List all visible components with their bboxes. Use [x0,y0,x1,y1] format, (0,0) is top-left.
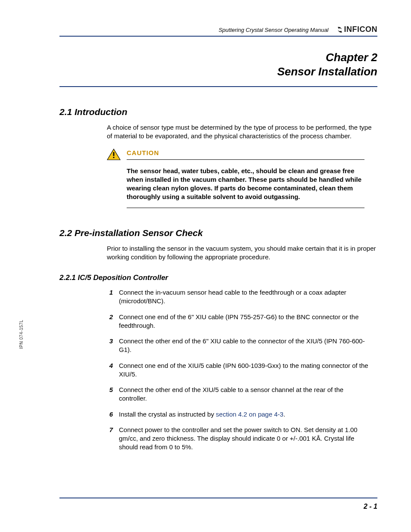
list-text: Connect one end of the XIU/5 cable (IPN … [119,361,373,379]
list-num: 5 [107,386,113,403]
section-2-1-heading: 2.1 Introduction [59,107,377,117]
chapter-number: Chapter 2 [59,50,377,65]
brand-logo: INFICON [336,25,378,34]
list-num: 4 [107,361,113,379]
list-text: Connect the in-vacuum sensor head cable … [119,288,373,306]
inficon-logo-icon [336,26,343,34]
list-text: Install the crystal as instructed by sec… [119,410,285,419]
list-item: 3 Connect the other end of the 6" XIU ca… [107,337,373,355]
list-item: 4 Connect one end of the XIU/5 cable (IP… [107,361,373,379]
page-footer: 2 - 1 [59,498,377,510]
side-ipn-label: IPN 074-157L [19,320,24,349]
page-number: 2 - 1 [364,503,377,510]
section-2-2-body: Prior to installing the sensor in the va… [107,244,377,262]
section-2-2-heading: 2.2 Pre-installation Sensor Check [59,228,377,238]
list-item: 7 Connect power to the controller and se… [107,426,373,452]
list-item: 5 Connect the other end of the XIU/5 cab… [107,386,373,403]
list-num: 1 [107,288,113,306]
list-text: Connect power to the controller and set … [119,426,373,452]
chapter-name: Sensor Installation [59,65,377,79]
doc-title: Sputtering Crystal Sensor Operating Manu… [218,27,328,34]
caution-body: The sensor head, water tubes, cable, etc… [127,167,364,208]
svg-rect-0 [113,152,115,156]
list-num: 3 [107,337,113,355]
brand-text: INFICON [344,25,378,34]
procedure-list: 1 Connect the in-vacuum sensor head cabl… [107,288,373,452]
section-2-2-1-heading: 2.2.1 IC/5 Deposition Controller [59,274,377,282]
list-text: Connect the other end of the XIU/5 cable… [119,386,373,403]
page-header: Sputtering Crystal Sensor Operating Manu… [59,25,377,37]
cross-ref-link[interactable]: section 4.2 on page 4-3 [216,411,283,418]
list-item: 2 Connect one end of the 6" XIU cable (I… [107,313,373,330]
list-num: 6 [107,410,113,419]
caution-block: CAUTION The sensor head, water tubes, ca… [107,149,364,208]
list-item: 1 Connect the in-vacuum sensor head cabl… [107,288,373,306]
list-item: 6 Install the crystal as instructed by s… [107,410,373,419]
caution-label: CAUTION [127,149,159,156]
chapter-title-block: Chapter 2 Sensor Installation [59,50,377,87]
svg-rect-1 [113,157,115,158]
section-2-1-body: A choice of sensor type must be determin… [107,123,377,141]
list-text: Connect one end of the 6" XIU cable (IPN… [119,313,373,330]
caution-triangle-icon [107,149,121,161]
list-text: Connect the other end of the 6" XIU cabl… [119,337,373,355]
list-num: 2 [107,313,113,330]
list-num: 7 [107,426,113,452]
